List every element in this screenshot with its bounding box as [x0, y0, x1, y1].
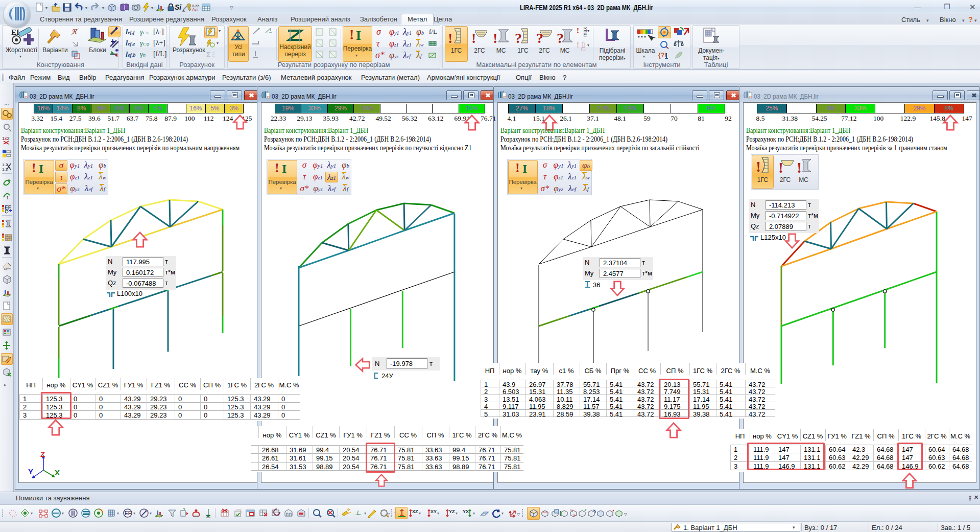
svg-text:.L.: .L.: [355, 510, 362, 516]
svg-text:?: ?: [536, 30, 543, 46]
svg-text:YZ: YZ: [449, 509, 455, 514]
svg-text:?: ?: [515, 30, 522, 46]
svg-text:?: ?: [557, 30, 564, 46]
svg-text:YX: YX: [463, 509, 469, 514]
svg-text:X: X: [55, 468, 60, 477]
svg-text:!: !: [493, 30, 497, 46]
svg-text:EF: EF: [125, 511, 131, 516]
svg-text:Si: Si: [175, 3, 182, 11]
svg-text:Σ: Σ: [206, 51, 210, 59]
svg-text:25: 25: [749, 96, 752, 99]
svg-text:!: !: [797, 159, 802, 175]
svg-text:25: 25: [503, 96, 507, 99]
svg-text:25: 25: [25, 96, 28, 99]
svg-text:EI: EI: [11, 28, 19, 36]
svg-text:1: 1: [6, 195, 9, 200]
svg-text:!: !: [756, 158, 761, 175]
svg-text:XY: XY: [431, 509, 437, 514]
svg-text:Aa: Aa: [192, 7, 198, 12]
svg-text:Z: Z: [40, 451, 45, 458]
svg-text:25: 25: [267, 96, 270, 99]
svg-text:!: !: [448, 30, 452, 46]
svg-text:{?!: {?!: [658, 52, 666, 59]
svg-text:!: !: [471, 30, 476, 46]
svg-text:1x2: 1x2: [2, 136, 10, 141]
svg-text:!: !: [778, 159, 783, 175]
svg-text:Y: Y: [28, 467, 33, 476]
svg-text:XZ: XZ: [412, 509, 418, 514]
